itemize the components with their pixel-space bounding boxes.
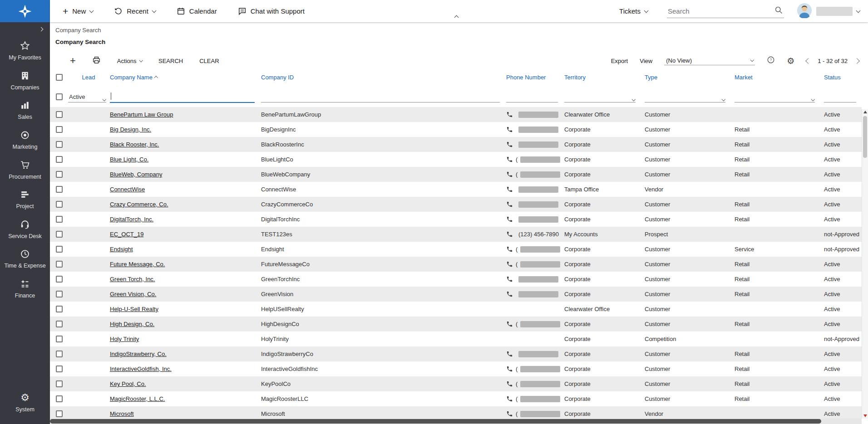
company-name-link[interactable]: DigitalTorch, Inc. — [110, 216, 153, 223]
row-checkbox[interactable] — [56, 306, 63, 312]
lead-filter-dropdown[interactable]: Active — [68, 91, 106, 102]
sidebar-item-my-favorites[interactable]: My Favorites — [0, 36, 50, 66]
sidebar-item-service-desk[interactable]: Service Desk — [0, 214, 50, 244]
connectwise-logo[interactable] — [0, 0, 50, 22]
company-name-link[interactable]: Black Rooster, Inc. — [110, 141, 159, 148]
row-checkbox[interactable] — [56, 231, 63, 238]
row-checkbox[interactable] — [56, 156, 63, 163]
territory-filter-dropdown[interactable] — [564, 91, 636, 102]
collapse-header-button[interactable] — [455, 13, 458, 21]
company-name-link[interactable]: Green Vision, Co. — [110, 291, 156, 297]
table-row[interactable]: Green Vision, Co. GreenVision Corporate … — [50, 287, 862, 302]
company-id-filter-input[interactable] — [261, 91, 500, 102]
column-header-company-name[interactable]: Company Name — [109, 74, 260, 81]
company-name-link[interactable]: Blue Light, Co. — [110, 156, 148, 163]
row-checkbox[interactable] — [56, 141, 63, 148]
company-name-link[interactable]: MagicRooster, L.L.C. — [110, 395, 165, 402]
page-previous-button[interactable] — [805, 58, 811, 64]
table-row[interactable]: BenePartum Law Group BenePartumLawGroup … — [50, 107, 862, 122]
table-row[interactable]: Future Message, Co. FutureMessageCo ( Co… — [50, 257, 862, 272]
table-row[interactable]: High Design, Co. HighDesignCo ( Corporat… — [50, 317, 862, 331]
sidebar-item-sales[interactable]: Sales — [0, 95, 50, 125]
search-button[interactable]: SEARCH — [158, 58, 183, 64]
scroll-up-arrow[interactable] — [863, 111, 867, 113]
scroll-down-arrow[interactable] — [863, 414, 867, 417]
sidebar-item-procurement[interactable]: Procurement — [0, 155, 50, 185]
company-name-link[interactable]: Key Pool, Co. — [110, 380, 146, 387]
table-row[interactable]: Holy Trinity HolyTrinity Corporate Compe… — [50, 331, 862, 346]
tickets-menu-button[interactable]: Tickets — [619, 7, 648, 15]
table-row[interactable]: EC_OCT_19 TEST123es (123) 456-7890 My Ac… — [50, 227, 862, 242]
table-row[interactable]: Help-U-Sell Realty HelpUSellRealty Clear… — [50, 302, 862, 317]
table-row[interactable]: ConnectWise ConnectWise Tampa Office Ven… — [50, 182, 862, 197]
row-checkbox[interactable] — [56, 366, 63, 372]
search-input[interactable] — [668, 7, 774, 15]
table-row[interactable]: Key Pool, Co. KeyPoolCo ( Corporate Cust… — [50, 376, 862, 391]
row-checkbox[interactable] — [56, 261, 63, 268]
company-name-link[interactable]: Microsoft — [110, 410, 134, 417]
company-name-link[interactable]: Big Design, Inc. — [110, 126, 151, 133]
column-header-company-id[interactable]: Company ID — [260, 74, 505, 81]
clear-button[interactable]: CLEAR — [199, 58, 219, 64]
row-checkbox[interactable] — [56, 380, 63, 387]
calendar-button[interactable]: Calendar — [177, 7, 217, 15]
company-name-link[interactable]: Holy Trinity — [110, 336, 139, 342]
company-name-link[interactable]: IndigoStrawberry, Co. — [110, 351, 167, 357]
row-checkbox[interactable] — [56, 201, 63, 208]
view-dropdown[interactable]: (No View) — [664, 56, 755, 65]
vertical-scroll-thumb[interactable] — [863, 116, 867, 158]
row-checkbox[interactable] — [56, 410, 63, 417]
company-name-link[interactable]: Green Torch, Inc. — [110, 276, 155, 283]
horizontal-scrollbar[interactable] — [50, 419, 862, 424]
table-row[interactable]: IndigoStrawberry, Co. IndigoStrawberryCo… — [50, 346, 862, 361]
market-filter-dropdown[interactable] — [735, 91, 815, 102]
table-row[interactable]: Green Torch, Inc. GreenTorchInc Corporat… — [50, 272, 862, 287]
company-name-link[interactable]: InteractiveGoldfish, Inc. — [110, 366, 172, 372]
row-checkbox[interactable] — [56, 186, 63, 193]
table-row[interactable]: Black Rooster, Inc. BlackRoosterInc Corp… — [50, 137, 862, 152]
row-checkbox[interactable] — [56, 276, 63, 283]
row-checkbox[interactable] — [56, 171, 63, 178]
select-all-checkbox[interactable] — [56, 74, 63, 81]
company-name-link[interactable]: Crazy Commerce, Co. — [110, 201, 168, 208]
row-checkbox[interactable] — [56, 291, 63, 297]
column-header-market[interactable]: Market — [734, 74, 823, 81]
filter-row-checkbox[interactable] — [56, 93, 63, 100]
sidebar-expand-button[interactable] — [0, 22, 50, 36]
settings-gear-button[interactable]: ⚙ — [787, 57, 794, 65]
vertical-scrollbar[interactable] — [862, 109, 868, 419]
company-name-link[interactable]: BlueWeb, Company — [110, 171, 162, 178]
type-filter-dropdown[interactable] — [645, 91, 725, 102]
actions-menu-button[interactable]: Actions — [117, 58, 142, 64]
company-name-link[interactable]: BenePartum Law Group — [110, 111, 173, 118]
breadcrumb-path[interactable]: Company Search — [55, 27, 868, 34]
row-checkbox[interactable] — [56, 246, 63, 253]
print-button[interactable] — [92, 56, 101, 66]
sidebar-item-marketing[interactable]: Marketing — [0, 125, 50, 155]
column-header-territory[interactable]: Territory — [563, 74, 644, 81]
row-checkbox[interactable] — [56, 216, 63, 223]
sidebar-item-project[interactable]: Project — [0, 185, 50, 214]
sidebar-item-companies[interactable]: Companies — [0, 66, 50, 96]
table-row[interactable]: Big Design, Inc. BigDesignInc Corporate … — [50, 122, 862, 137]
page-next-button[interactable] — [854, 58, 860, 64]
phone-filter-input[interactable] — [506, 91, 558, 102]
company-name-link[interactable]: Help-U-Sell Realty — [110, 306, 158, 312]
row-checkbox[interactable] — [56, 351, 63, 357]
table-row[interactable]: BlueWeb, Company BlueWebCompany ( Corpor… — [50, 167, 862, 182]
row-checkbox[interactable] — [56, 321, 63, 327]
sidebar-item-system[interactable]: ⚙ System — [0, 388, 50, 418]
table-row[interactable]: InteractiveGoldfish, Inc. InteractiveGol… — [50, 361, 862, 376]
row-checkbox[interactable] — [56, 111, 63, 118]
company-name-link[interactable]: Future Message, Co. — [110, 261, 165, 268]
table-row[interactable]: MagicRooster, L.L.C. MagicRoosterLLC ( C… — [50, 391, 862, 406]
column-header-lead[interactable]: Lead — [67, 74, 109, 81]
row-checkbox[interactable] — [56, 336, 63, 342]
search-icon[interactable] — [774, 5, 783, 16]
column-header-type[interactable]: Type — [644, 74, 734, 81]
table-row[interactable]: DigitalTorch, Inc. DigitalTorchInc Corpo… — [50, 212, 862, 227]
table-row[interactable]: Endsight Endsight ( Corporate Customer S… — [50, 242, 862, 257]
new-menu-button[interactable]: + New — [63, 6, 93, 16]
company-name-link[interactable]: Endsight — [110, 246, 133, 253]
column-header-status[interactable]: Status — [823, 74, 862, 81]
